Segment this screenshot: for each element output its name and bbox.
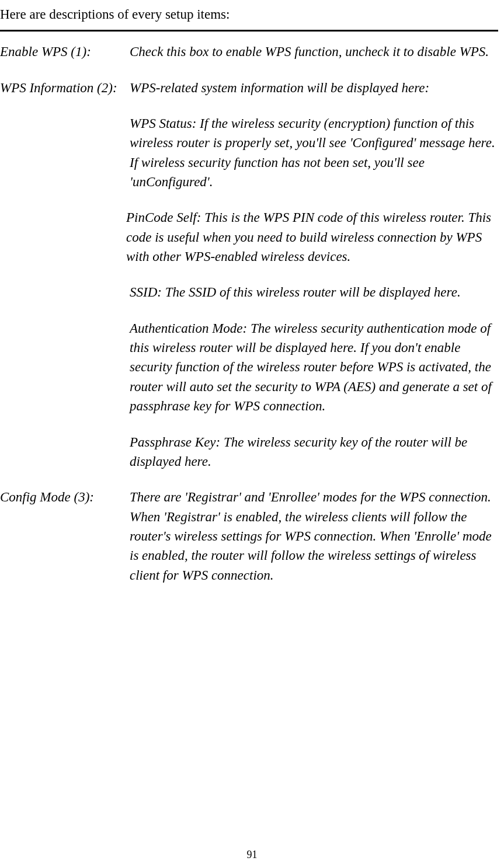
item-descriptions: Check this box to enable WPS function, u… bbox=[130, 42, 498, 61]
setup-item: Enable WPS (1): Check this box to enable… bbox=[0, 42, 498, 61]
description-text: PinCode Self: This is the WPS PIN code o… bbox=[126, 208, 498, 266]
description-text: WPS Status: If the wireless security (en… bbox=[130, 114, 498, 191]
setup-item: Config Mode (3): There are 'Registrar' a… bbox=[0, 487, 498, 585]
setup-item: WPS Information (2): WPS-related system … bbox=[0, 78, 498, 472]
description-text: WPS-related system information will be d… bbox=[130, 78, 498, 97]
item-label: Enable WPS (1): bbox=[0, 42, 130, 61]
description-text: Passphrase Key: The wireless security ke… bbox=[130, 433, 498, 472]
item-label: WPS Information (2): bbox=[0, 78, 130, 472]
item-descriptions: WPS-related system information will be d… bbox=[130, 78, 498, 472]
divider bbox=[0, 30, 498, 32]
item-descriptions: There are 'Registrar' and 'Enrollee' mod… bbox=[130, 487, 498, 585]
description-text: Check this box to enable WPS function, u… bbox=[130, 42, 498, 61]
description-text: Authentication Mode: The wireless securi… bbox=[130, 319, 498, 416]
page-number: 91 bbox=[247, 847, 258, 862]
description-text: SSID: The SSID of this wireless router w… bbox=[130, 283, 498, 302]
description-text: There are 'Registrar' and 'Enrollee' mod… bbox=[130, 487, 498, 585]
item-label: Config Mode (3): bbox=[0, 487, 130, 585]
content: Enable WPS (1): Check this box to enable… bbox=[0, 42, 498, 585]
intro-text: Here are descriptions of every setup ite… bbox=[0, 5, 498, 24]
